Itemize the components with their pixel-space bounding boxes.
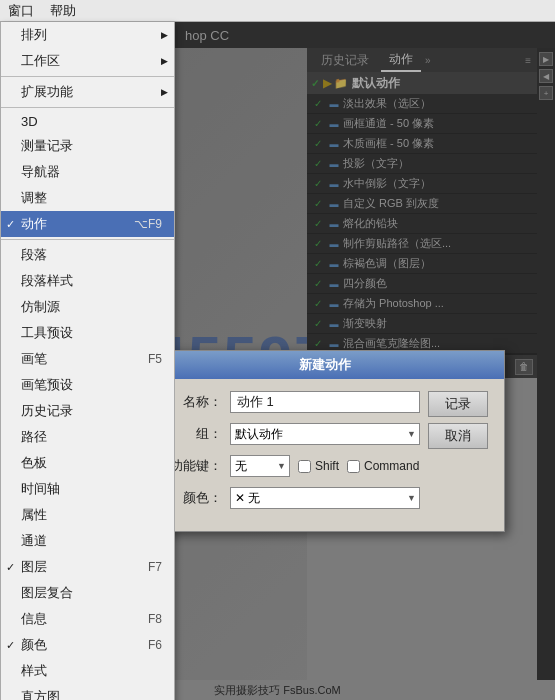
menu-item-label: 段落 bbox=[21, 246, 47, 264]
name-label: 名称： bbox=[175, 393, 222, 411]
dropdown-menu: 排列 工作区 扩展功能 3D 测量记录 导航器 调整 ✓ 动作 ⌥F9 段落 bbox=[0, 22, 175, 700]
menu-item-label: 仿制源 bbox=[21, 298, 60, 316]
menu-item-label: 历史记录 bbox=[21, 402, 73, 420]
menu-item-label: 图层 bbox=[21, 558, 47, 576]
menu-item-label: 导航器 bbox=[21, 163, 60, 181]
menu-item-timeline[interactable]: 时间轴 bbox=[1, 476, 174, 502]
dialog-buttons: 记录 取消 bbox=[428, 391, 488, 449]
menu-item-label: 排列 bbox=[21, 26, 47, 44]
shift-label: Shift bbox=[315, 459, 339, 473]
menu-item-label: 画笔 bbox=[21, 350, 47, 368]
main-area: 排列 工作区 扩展功能 3D 测量记录 导航器 调整 ✓ 动作 ⌥F9 段落 bbox=[0, 22, 555, 700]
menu-item-arrange[interactable]: 排列 bbox=[1, 22, 174, 48]
cancel-button[interactable]: 取消 bbox=[428, 423, 488, 449]
menu-item-label: 扩展功能 bbox=[21, 83, 73, 101]
shortcut-label: F5 bbox=[148, 352, 162, 366]
menu-item-layers[interactable]: ✓ 图层 F7 bbox=[1, 554, 174, 580]
menu-item-properties[interactable]: 属性 bbox=[1, 502, 174, 528]
menu-item-label: 颜色 bbox=[21, 636, 47, 654]
menu-item-label: 图层复合 bbox=[21, 584, 73, 602]
menu-item-brush-preset[interactable]: 画笔预设 bbox=[1, 372, 174, 398]
menu-item-extend[interactable]: 扩展功能 bbox=[1, 79, 174, 105]
color-select[interactable]: ✕ 无 bbox=[230, 487, 420, 509]
menu-item-label: 样式 bbox=[21, 662, 47, 680]
menu-item-info[interactable]: 信息 F8 bbox=[1, 606, 174, 632]
right-area: hop CC 调整边缘... 45597 POCO 摄影专题 http://ph… bbox=[175, 22, 555, 700]
fn-label: 功能键： bbox=[175, 457, 222, 475]
menu-window[interactable]: 窗口 bbox=[8, 2, 34, 20]
name-input[interactable] bbox=[230, 391, 420, 413]
group-select-wrapper: 默认动作 bbox=[230, 423, 420, 445]
check-icon: ✓ bbox=[6, 218, 15, 231]
color-row: 颜色： ✕ 无 bbox=[175, 487, 420, 509]
menu-item-label: 动作 bbox=[21, 215, 47, 233]
menu-item-label: 工作区 bbox=[21, 52, 60, 70]
check-icon: ✓ bbox=[6, 561, 15, 574]
menu-item-measure[interactable]: 测量记录 bbox=[1, 133, 174, 159]
menu-item-workspace[interactable]: 工作区 bbox=[1, 48, 174, 74]
group-select[interactable]: 默认动作 bbox=[230, 423, 420, 445]
menu-item-styles[interactable]: 样式 bbox=[1, 658, 174, 684]
menu-item-histogram[interactable]: 直方图 bbox=[1, 684, 174, 700]
menu-separator bbox=[1, 76, 174, 77]
menu-item-brush[interactable]: 画笔 F5 bbox=[1, 346, 174, 372]
menu-item-paragraph[interactable]: 段落 bbox=[1, 242, 174, 268]
menu-item-navigator[interactable]: 导航器 bbox=[1, 159, 174, 185]
menu-item-path[interactable]: 路径 bbox=[1, 424, 174, 450]
command-checkbox[interactable] bbox=[347, 460, 360, 473]
menu-item-color[interactable]: ✓ 颜色 F6 bbox=[1, 632, 174, 658]
dialog-overlay: 新建动作 名称： 组： bbox=[175, 22, 555, 700]
menu-item-label: 调整 bbox=[21, 189, 47, 207]
dialog-form: 名称： 组： 默认动作 bbox=[175, 391, 420, 519]
menu-item-channels[interactable]: 通道 bbox=[1, 528, 174, 554]
menu-separator bbox=[1, 107, 174, 108]
menu-item-adjust[interactable]: 调整 bbox=[1, 185, 174, 211]
shortcut-label: ⌥F9 bbox=[134, 217, 162, 231]
shift-checkbox-row: Shift bbox=[298, 459, 339, 473]
dialog-group-row: 组： 默认动作 bbox=[175, 423, 420, 445]
menu-item-label: 通道 bbox=[21, 532, 47, 550]
menu-item-actions[interactable]: ✓ 动作 ⌥F9 bbox=[1, 211, 174, 237]
command-checkbox-row: Command bbox=[347, 459, 419, 473]
menu-item-label: 工具预设 bbox=[21, 324, 73, 342]
menu-item-label: 画笔预设 bbox=[21, 376, 73, 394]
menu-item-3d[interactable]: 3D bbox=[1, 110, 174, 133]
record-button[interactable]: 记录 bbox=[428, 391, 488, 417]
menu-item-label: 时间轴 bbox=[21, 480, 60, 498]
menu-item-label: 信息 bbox=[21, 610, 47, 628]
menu-help[interactable]: 帮助 bbox=[50, 2, 76, 20]
menu-item-swatches[interactable]: 色板 bbox=[1, 450, 174, 476]
menu-item-clone[interactable]: 仿制源 bbox=[1, 294, 174, 320]
menu-item-layer-comp[interactable]: 图层复合 bbox=[1, 580, 174, 606]
color-select-wrapper: ✕ 无 bbox=[230, 487, 420, 509]
check-icon: ✓ bbox=[6, 639, 15, 652]
dialog-title: 新建动作 bbox=[175, 351, 504, 379]
menu-item-history[interactable]: 历史记录 bbox=[1, 398, 174, 424]
shift-checkbox[interactable] bbox=[298, 460, 311, 473]
color-label: 颜色： bbox=[175, 489, 222, 507]
shortcut-label: F6 bbox=[148, 638, 162, 652]
group-label: 组： bbox=[175, 425, 222, 443]
dialog-body: 名称： 组： 默认动作 bbox=[175, 379, 504, 531]
menu-item-paragraph-style[interactable]: 段落样式 bbox=[1, 268, 174, 294]
menu-separator bbox=[1, 239, 174, 240]
menu-item-label: 属性 bbox=[21, 506, 47, 524]
menu-bar: 窗口 帮助 bbox=[0, 0, 555, 22]
new-action-dialog: 新建动作 名称： 组： bbox=[175, 350, 505, 532]
fn-key-row: 功能键： 无 Shift bbox=[175, 455, 420, 477]
menu-item-tool-preset[interactable]: 工具预设 bbox=[1, 320, 174, 346]
menu-item-label: 测量记录 bbox=[21, 137, 73, 155]
menu-item-label: 色板 bbox=[21, 454, 47, 472]
fn-select[interactable]: 无 bbox=[230, 455, 290, 477]
fn-select-wrapper: 无 bbox=[230, 455, 290, 477]
dialog-name-row: 名称： bbox=[175, 391, 420, 413]
menu-item-label: 段落样式 bbox=[21, 272, 73, 290]
dialog-content-row: 名称： 组： 默认动作 bbox=[175, 391, 488, 519]
command-label: Command bbox=[364, 459, 419, 473]
menu-item-label: 3D bbox=[21, 114, 38, 129]
shortcut-label: F8 bbox=[148, 612, 162, 626]
menu-item-label: 直方图 bbox=[21, 688, 60, 700]
menu-item-label: 路径 bbox=[21, 428, 47, 446]
shortcut-label: F7 bbox=[148, 560, 162, 574]
